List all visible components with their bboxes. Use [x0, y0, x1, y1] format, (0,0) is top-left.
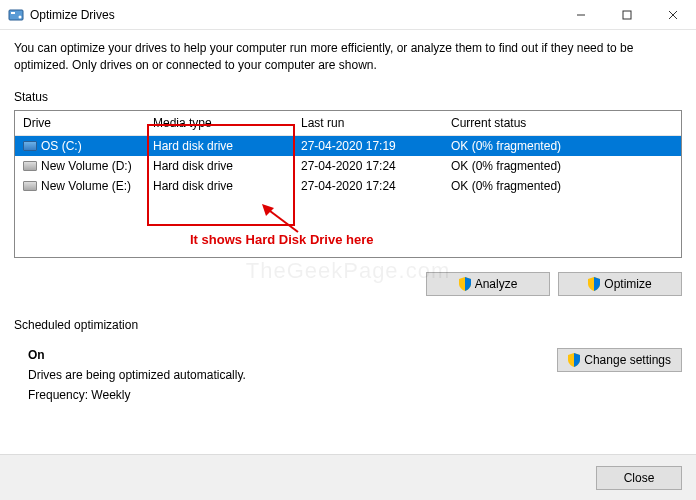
scheduled-frequency: Frequency: Weekly: [28, 388, 246, 402]
close-button[interactable]: Close: [596, 466, 682, 490]
shield-icon: [568, 353, 580, 367]
description-text: You can optimize your drives to help you…: [14, 40, 682, 74]
table-row[interactable]: OS (C:)Hard disk drive27-04-2020 17:19OK…: [15, 135, 681, 156]
drive-icon: [23, 141, 37, 151]
minimize-button[interactable]: [558, 0, 604, 30]
change-settings-label: Change settings: [584, 353, 671, 367]
drive-name: New Volume (E:): [41, 179, 131, 193]
drive-name: OS (C:): [41, 139, 82, 153]
footer: Close: [0, 454, 696, 500]
optimize-label: Optimize: [604, 277, 651, 291]
scheduled-optimization-label: Scheduled optimization: [14, 318, 682, 332]
maximize-button[interactable]: [604, 0, 650, 30]
drive-icon: [23, 161, 37, 171]
drive-table[interactable]: Drive Media type Last run Current status…: [14, 110, 682, 258]
analyze-button[interactable]: Analyze: [426, 272, 550, 296]
drive-media: Hard disk drive: [145, 156, 293, 176]
scheduled-description: Drives are being optimized automatically…: [28, 368, 246, 382]
drive-status: OK (0% fragmented): [443, 176, 681, 196]
optimize-drives-icon: [8, 7, 24, 23]
column-header-drive[interactable]: Drive: [15, 111, 145, 136]
column-header-status[interactable]: Current status: [443, 111, 681, 136]
optimize-button[interactable]: Optimize: [558, 272, 682, 296]
titlebar: Optimize Drives: [0, 0, 696, 30]
svg-rect-1: [11, 12, 15, 14]
table-row[interactable]: New Volume (D:)Hard disk drive27-04-2020…: [15, 156, 681, 176]
column-header-media[interactable]: Media type: [145, 111, 293, 136]
drive-last-run: 27-04-2020 17:19: [293, 135, 443, 156]
svg-point-2: [19, 15, 22, 18]
shield-icon: [588, 277, 600, 291]
drive-media: Hard disk drive: [145, 176, 293, 196]
shield-icon: [459, 277, 471, 291]
svg-rect-0: [9, 10, 23, 20]
drive-status: OK (0% fragmented): [443, 135, 681, 156]
table-row[interactable]: New Volume (E:)Hard disk drive27-04-2020…: [15, 176, 681, 196]
analyze-label: Analyze: [475, 277, 518, 291]
close-window-button[interactable]: [650, 0, 696, 30]
svg-rect-4: [623, 11, 631, 19]
main-content: You can optimize your drives to help you…: [0, 30, 696, 418]
drive-icon: [23, 181, 37, 191]
status-label: Status: [14, 90, 682, 104]
drive-last-run: 27-04-2020 17:24: [293, 156, 443, 176]
drive-status: OK (0% fragmented): [443, 156, 681, 176]
column-header-last-run[interactable]: Last run: [293, 111, 443, 136]
change-settings-button[interactable]: Change settings: [557, 348, 682, 372]
drive-media: Hard disk drive: [145, 135, 293, 156]
drive-name: New Volume (D:): [41, 159, 132, 173]
drive-last-run: 27-04-2020 17:24: [293, 176, 443, 196]
window-title: Optimize Drives: [30, 8, 558, 22]
scheduled-status: On: [28, 348, 246, 362]
close-label: Close: [624, 471, 655, 485]
